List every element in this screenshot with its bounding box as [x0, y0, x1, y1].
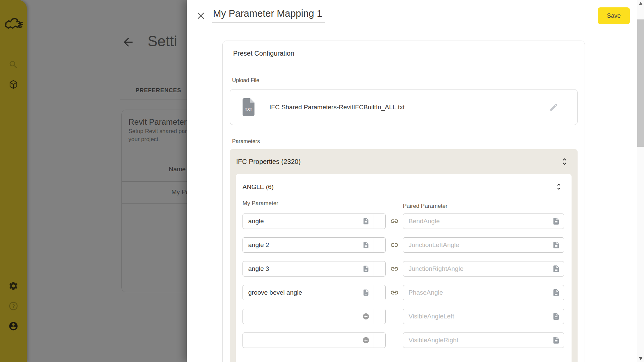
- paired-parameter-input[interactable]: [403, 285, 564, 300]
- document-pick-icon[interactable]: [552, 336, 560, 344]
- document-pick-icon[interactable]: [552, 289, 560, 297]
- help-icon: ?: [8, 301, 18, 311]
- drawer-header: Save: [187, 0, 644, 31]
- my-parameter-input-group: [243, 309, 386, 324]
- document-pick-icon[interactable]: [552, 241, 560, 249]
- my-parameter-input-group: [243, 261, 386, 277]
- parameter-row: [243, 309, 565, 324]
- paired-parameter-field: [403, 285, 564, 300]
- paired-parameter-column-label: Paired Parameter: [403, 203, 564, 209]
- add-parameter-icon[interactable]: [358, 309, 374, 324]
- scrollbar-thumb[interactable]: [637, 19, 644, 147]
- svg-text:?: ?: [12, 303, 15, 309]
- preset-card-title: Preset Configuration: [223, 41, 585, 66]
- account-icon: [8, 321, 18, 331]
- parameter-row: [243, 214, 565, 229]
- revit-mapping-card-title: Revit Parameter M: [128, 117, 196, 127]
- paired-parameter-field: [403, 333, 564, 348]
- unfold-more-icon[interactable]: [555, 183, 564, 191]
- preset-configuration-card: Preset Configuration Upload File TXT IFC…: [222, 41, 585, 362]
- paired-parameter-input[interactable]: [403, 237, 564, 253]
- input-end-segment[interactable]: [374, 214, 385, 229]
- my-parameter-input[interactable]: [243, 238, 358, 252]
- input-end-segment[interactable]: [374, 261, 385, 276]
- link-icon[interactable]: [386, 241, 403, 249]
- paired-parameter-field: [403, 237, 564, 253]
- document-pick-icon[interactable]: [552, 265, 560, 273]
- input-end-segment[interactable]: [374, 309, 385, 324]
- my-parameter-input-group: [243, 333, 386, 348]
- save-button[interactable]: Save: [598, 7, 630, 24]
- paired-parameter-input[interactable]: [403, 333, 564, 348]
- table-header-name: Name: [169, 166, 186, 173]
- edit-file-icon[interactable]: [549, 103, 558, 112]
- revit-mapping-card-description: Setup Revit shared para: [128, 128, 190, 135]
- my-parameter-input[interactable]: [243, 261, 358, 276]
- ifc-properties-header[interactable]: IFC Properties (2320): [230, 149, 578, 174]
- parameter-row: [243, 333, 565, 348]
- column-headers: My Parameter Paired Parameter: [243, 200, 565, 207]
- unfold-more-icon[interactable]: [560, 157, 569, 166]
- uploaded-file-card: TXT IFC Shared Parameters-RevitIFCBuiltI…: [230, 89, 578, 125]
- my-parameter-input[interactable]: [243, 285, 358, 300]
- txt-badge-text: TXT: [245, 108, 252, 112]
- paired-parameter-input[interactable]: [403, 261, 564, 277]
- revit-mapping-card-description-2: your project.: [128, 136, 160, 143]
- link-icon[interactable]: [386, 288, 403, 297]
- angle-subgroup-title: ANGLE (6): [243, 183, 274, 191]
- angle-subgroup-header[interactable]: ANGLE (6): [243, 179, 565, 195]
- my-parameter-input-group: [243, 285, 386, 300]
- paired-parameter-field: [403, 214, 564, 229]
- parameter-mapping-drawer: Save Preset Configuration Upload File TX…: [187, 0, 644, 362]
- link-icon[interactable]: [386, 217, 403, 226]
- my-parameter-input[interactable]: [243, 333, 358, 348]
- uploaded-filename: IFC Shared Parameters-RevitIFCBuiltIn_AL…: [269, 104, 405, 111]
- model-cube-icon: [8, 79, 18, 89]
- my-parameter-input-group: [243, 214, 386, 229]
- tab-preferences: PREFERENCES: [136, 87, 181, 94]
- my-parameter-input[interactable]: [243, 214, 358, 229]
- document-pick-icon[interactable]: [358, 214, 374, 229]
- upload-file-label: Upload File: [232, 77, 585, 83]
- parameter-row: [243, 237, 565, 253]
- my-parameter-column-label: My Parameter: [243, 200, 386, 207]
- settings-gear-icon: [8, 281, 18, 291]
- back-arrow-icon: [121, 36, 135, 49]
- add-parameter-icon[interactable]: [358, 333, 374, 348]
- parameters-label: Parameters: [232, 138, 585, 144]
- txt-file-icon: TXT: [241, 98, 256, 116]
- app-logo-icon: [4, 16, 23, 32]
- document-pick-icon[interactable]: [358, 261, 374, 276]
- parameter-row: [243, 261, 565, 277]
- search-icon: [8, 60, 18, 70]
- ifc-properties-group: IFC Properties (2320) ANGLE (6): [230, 149, 578, 362]
- parameter-row: [243, 285, 565, 300]
- ifc-properties-title: IFC Properties (2320): [236, 158, 301, 166]
- document-pick-icon[interactable]: [358, 285, 374, 300]
- link-icon[interactable]: [386, 264, 403, 273]
- page-scrollbar[interactable]: [637, 0, 644, 362]
- document-pick-icon[interactable]: [358, 238, 374, 252]
- scroll-down-arrow[interactable]: [639, 357, 643, 360]
- paired-parameter-field: [403, 261, 564, 277]
- document-pick-icon[interactable]: [552, 217, 560, 225]
- mapping-title-input[interactable]: [212, 7, 325, 22]
- paired-parameter-field: [403, 309, 564, 324]
- my-parameter-input-group: [243, 237, 386, 253]
- scroll-up-arrow[interactable]: [639, 2, 643, 5]
- close-icon[interactable]: [196, 10, 206, 21]
- app-sidebar: ?: [0, 0, 27, 362]
- input-end-segment[interactable]: [374, 285, 385, 300]
- document-pick-icon[interactable]: [552, 312, 560, 320]
- paired-parameter-input[interactable]: [403, 309, 564, 324]
- my-parameter-input[interactable]: [243, 309, 358, 324]
- settings-page-title: Setti: [148, 33, 177, 50]
- input-end-segment[interactable]: [374, 238, 385, 252]
- paired-parameter-input[interactable]: [403, 214, 564, 229]
- input-end-segment[interactable]: [374, 333, 385, 348]
- angle-subgroup-card: ANGLE (6) My Parameter Paired Parameter: [236, 174, 572, 362]
